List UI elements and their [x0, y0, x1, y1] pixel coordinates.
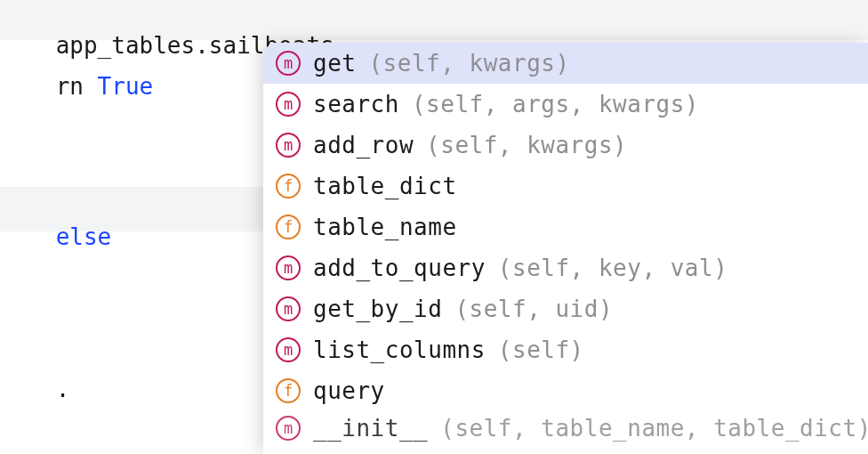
autocomplete-item-get[interactable]: mget(self, kwargs): [263, 43, 868, 84]
autocomplete-item-name: get_by_id: [313, 296, 442, 322]
code-token: rn: [56, 73, 98, 100]
method-icon: m: [276, 255, 301, 280]
autocomplete-item-add-row[interactable]: madd_row(self, kwargs): [263, 125, 868, 166]
autocomplete-item-table-name[interactable]: ftable_name: [263, 207, 868, 247]
autocomplete-item-name: table_name: [313, 214, 457, 240]
code-keyword-else: else: [56, 223, 112, 250]
autocomplete-item-params: (self, uid): [454, 296, 613, 322]
autocomplete-item-list-columns[interactable]: mlist_columns(self): [263, 329, 868, 370]
autocomplete-item-params: (self, table_name, table_dict): [440, 415, 868, 442]
code-token: .: [56, 376, 70, 402]
field-icon: f: [276, 215, 301, 239]
method-icon: m: [276, 416, 301, 441]
autocomplete-item-search[interactable]: msearch(self, args, kwargs): [263, 84, 868, 125]
autocomplete-item-name: add_row: [313, 132, 414, 158]
autocomplete-list: mget(self, kwargs)msearch(self, args, kw…: [263, 43, 868, 445]
autocomplete-item-name: list_columns: [313, 336, 486, 363]
autocomplete-item-table-dict[interactable]: ftable_dict: [263, 166, 868, 207]
autocomplete-item---init--[interactable]: m__init__(self, table_name, table_dict): [263, 411, 868, 445]
autocomplete-item-name: table_dict: [313, 173, 457, 199]
autocomplete-item-params: (self, kwargs): [368, 50, 569, 77]
autocomplete-item-name: get: [313, 50, 356, 77]
autocomplete-item-params: (self): [498, 336, 584, 363]
autocomplete-item-get-by-id[interactable]: mget_by_id(self, uid): [263, 288, 868, 329]
autocomplete-item-name: search: [313, 91, 399, 118]
autocomplete-item-name: query: [313, 377, 385, 404]
autocomplete-item-params: (self, args, kwargs): [412, 91, 699, 118]
code-token: .: [195, 32, 209, 59]
autocomplete-item-name: add_to_query: [313, 255, 486, 281]
method-icon: m: [276, 133, 301, 158]
autocomplete-item-params: (self, kwargs): [426, 132, 627, 158]
autocomplete-popup[interactable]: mget(self, kwargs)msearch(self, args, kw…: [263, 43, 868, 454]
autocomplete-item-query[interactable]: fquery: [263, 370, 868, 411]
method-icon: m: [276, 296, 301, 321]
field-icon: f: [276, 174, 301, 199]
autocomplete-item-params: (self, key, val): [498, 255, 727, 281]
method-icon: m: [276, 337, 301, 362]
autocomplete-item-name: __init__: [313, 415, 428, 442]
method-icon: m: [276, 92, 301, 117]
method-icon: m: [276, 51, 301, 76]
autocomplete-item-add-to-query[interactable]: madd_to_query(self, key, val): [263, 247, 868, 288]
code-keyword-true: True: [98, 73, 154, 100]
field-icon: f: [276, 378, 301, 403]
